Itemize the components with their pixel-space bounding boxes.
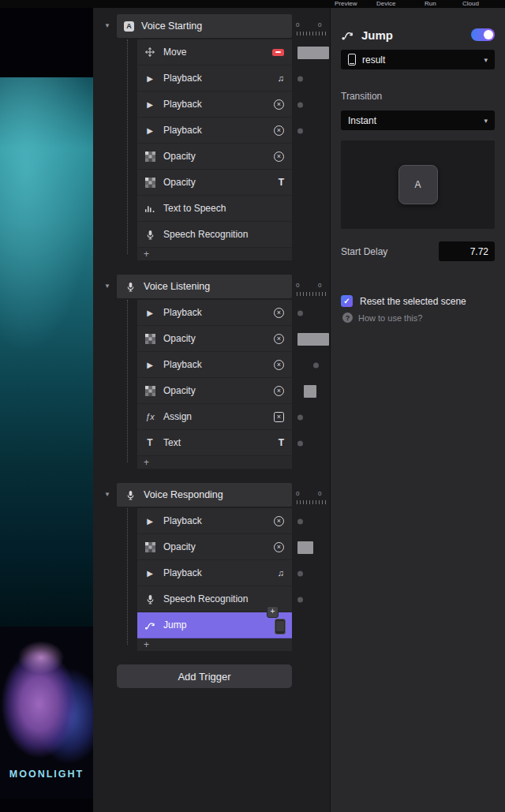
action-row-playback[interactable]: ▶ Playback ♫ — [137, 65, 292, 92]
microphone-icon — [124, 490, 137, 500]
trigger-panel: A Voice Starting 0 0 Move — [117, 14, 330, 688]
text-to-speech-icon — [144, 203, 156, 214]
timeline-cell[interactable] — [292, 534, 330, 560]
timeline-cell[interactable] — [292, 326, 330, 352]
timeline-marker[interactable] — [297, 440, 303, 446]
trigger-group-voice-starting: A Voice Starting 0 0 Move — [117, 14, 330, 260]
opacity-icon — [144, 178, 156, 188]
timeline-marker[interactable] — [297, 47, 329, 59]
timeline-marker[interactable] — [297, 541, 313, 554]
timeline-marker[interactable] — [297, 571, 303, 576]
menu-preview[interactable]: Preview — [335, 0, 357, 8]
action-row-opacity[interactable]: Opacity × — [137, 144, 292, 170]
x-glyph: × — [277, 127, 281, 134]
action-row-move[interactable]: Move — [137, 39, 292, 65]
add-action-row[interactable]: + — [137, 456, 292, 469]
timeline-marker[interactable] — [297, 414, 303, 420]
collapse-arrow-voice-starting[interactable]: ▼ — [104, 22, 114, 30]
timeline-cell[interactable] — [292, 39, 330, 65]
timeline-cell[interactable] — [292, 65, 330, 92]
action-label: Playback — [163, 567, 202, 578]
collapse-arrow-voice-listening[interactable]: ▼ — [104, 283, 114, 290]
timeline-marker[interactable] — [297, 333, 329, 346]
action-row-jump-selected[interactable]: Jump + — [137, 612, 292, 638]
action-row-opacity[interactable]: Opacity × — [137, 378, 292, 404]
timeline-cell[interactable] — [292, 222, 330, 248]
menu-device[interactable]: Device — [376, 0, 395, 8]
music-note-icon: ♫ — [278, 568, 284, 578]
timeline-cell[interactable] — [292, 300, 330, 326]
timeline-cell[interactable] — [292, 118, 330, 144]
timeline-cell[interactable] — [292, 144, 330, 170]
trigger-row: ▶ Playback ♫ — [117, 560, 330, 586]
timeline-cell[interactable] — [292, 430, 330, 456]
timeline-marker[interactable] — [313, 362, 319, 368]
timeline-cell[interactable] — [292, 508, 330, 534]
action-row-opacity[interactable]: Opacity × — [137, 326, 292, 352]
x-glyph: × — [277, 413, 281, 421]
action-row-assign[interactable]: ƒx Assign × — [137, 404, 292, 430]
action-row-text[interactable]: T Text T — [137, 430, 292, 456]
x-glyph: × — [277, 335, 281, 342]
timeline-marker[interactable] — [297, 76, 303, 81]
timeline-marker[interactable] — [297, 102, 303, 107]
timeline-cell[interactable] — [292, 586, 330, 612]
action-row-speech-recognition[interactable]: Speech Recognition — [137, 222, 292, 248]
circle-x-icon: × — [274, 542, 284, 552]
menu-run[interactable]: Run — [425, 0, 436, 8]
timeline-cell[interactable] — [292, 170, 330, 196]
timeline-cell[interactable] — [292, 560, 330, 586]
device-preview[interactable]: MOONLIGHT — [0, 8, 93, 812]
circle-x-icon: × — [274, 360, 284, 370]
trigger-row: Speech Recognition — [117, 222, 330, 248]
reset-scene-checkbox[interactable]: ✓ — [341, 295, 353, 307]
add-action-row[interactable]: + — [137, 638, 292, 651]
transition-dropdown[interactable]: Instant ▾ — [341, 110, 495, 130]
action-row-playback[interactable]: ▶ Playback × — [137, 352, 292, 378]
scene-phone-icon — [348, 54, 356, 65]
timeline-marker[interactable] — [297, 518, 303, 524]
action-row-playback[interactable]: ▶ Playback × — [137, 508, 292, 534]
scene-thumbnail[interactable]: A — [398, 165, 438, 204]
menu-cloud[interactable]: Cloud — [462, 0, 479, 8]
text-t-icon: T — [279, 437, 284, 448]
action-row-playback[interactable]: ▶ Playback ♫ — [137, 560, 292, 586]
add-action-row[interactable]: + — [137, 248, 292, 260]
timeline-cell[interactable] — [292, 612, 330, 638]
insert-action-button[interactable]: + — [267, 606, 279, 618]
action-row-playback[interactable]: ▶ Playback × — [137, 92, 292, 118]
timeline-cell[interactable] — [292, 92, 330, 118]
microphone-icon — [124, 282, 137, 292]
timeline-cell[interactable] — [292, 404, 330, 430]
timeline-cell[interactable] — [292, 378, 330, 404]
scene-preview-canvas: A — [341, 140, 495, 229]
action-row-playback[interactable]: ▶ Playback × — [137, 300, 292, 326]
timeline-cell[interactable] — [292, 352, 330, 378]
timeline-cell[interactable] — [292, 196, 330, 222]
action-row-opacity[interactable]: Opacity T — [137, 170, 292, 196]
timeline-marker[interactable] — [304, 385, 316, 398]
jump-enabled-toggle[interactable] — [471, 28, 495, 41]
start-delay-label: Start Delay — [341, 246, 387, 257]
x-glyph: × — [277, 101, 281, 108]
action-row-playback[interactable]: ▶ Playback × — [137, 118, 292, 144]
action-row-text-to-speech[interactable]: Text to Speech — [137, 196, 292, 222]
start-delay-input[interactable]: 7.72 — [439, 241, 495, 261]
add-trigger-button[interactable]: Add Trigger — [117, 664, 292, 688]
action-row-opacity[interactable]: Opacity × — [137, 534, 292, 560]
device-icon[interactable] — [275, 619, 286, 634]
jump-icon — [341, 29, 355, 41]
collapse-arrow-voice-responding[interactable]: ▼ — [104, 491, 114, 499]
group-header[interactable]: Voice Responding — [117, 483, 292, 507]
action-label: Opacity — [163, 151, 196, 162]
timeline-marker[interactable] — [297, 128, 303, 133]
timeline-cell — [292, 638, 330, 651]
group-header[interactable]: Voice Listening — [117, 275, 292, 298]
timeline-marker[interactable] — [297, 597, 303, 602]
trigger-row: Opacity × — [117, 144, 330, 170]
help-link[interactable]: How to use this? — [358, 313, 422, 323]
timeline-marker[interactable] — [297, 310, 303, 316]
action-label: Move — [163, 47, 186, 58]
group-header[interactable]: A Voice Starting — [117, 14, 292, 38]
jump-target-dropdown[interactable]: result ▾ — [341, 50, 495, 69]
